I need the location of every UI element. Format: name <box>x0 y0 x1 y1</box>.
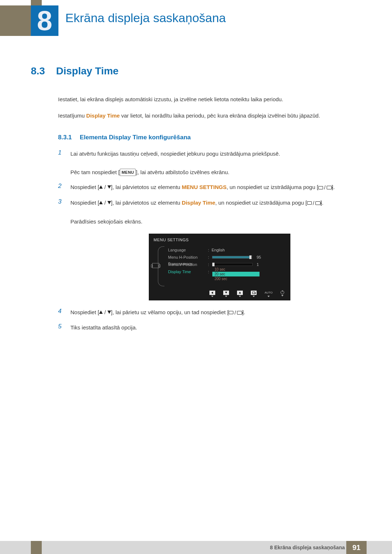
step-2: 2 Nospiediet [ / ], lai pārvietotos uz e… <box>58 182 370 192</box>
step-number: 2 <box>58 182 64 192</box>
step1-line1: Lai atvērtu funkcijas taustiņu ceļvedi, … <box>70 151 280 157</box>
step-number: 5 <box>58 323 64 332</box>
step-5: 5 Tiks iestatīta atlasītā opcija. <box>58 323 370 332</box>
step-1: 1 Lai atvērtu funkcijas taustiņu ceļvedi… <box>58 149 370 177</box>
osd-footer-power <box>281 291 284 297</box>
step3-after: Parādīsies sekojošais ekrāns. <box>70 218 142 225</box>
osd-slider-value: 95 <box>257 255 261 259</box>
osd-label: Language <box>168 248 208 252</box>
step4-pre: Nospiediet [ <box>70 309 99 315</box>
step-text: Lai atvērtu funkcijas taustiņu ceļvedi, … <box>70 149 370 177</box>
footer-accent <box>31 541 42 554</box>
steps-list: 1 Lai atvērtu funkcijas taustiņu ceļvedi… <box>58 149 370 332</box>
osd-body: Language : English Menu H-Position : 95 <box>149 245 290 288</box>
osd-value: English <box>212 248 225 252</box>
osd-option-selected: 20 sec <box>212 272 260 276</box>
step-number: 1 <box>58 149 64 177</box>
step2-mid: ], lai pārvietotos uz elementu <box>111 184 182 190</box>
osd-option: 200 sec <box>212 276 260 281</box>
page-number: 91 <box>346 541 367 554</box>
chapter-title: Ekrāna displeja saskaņošana <box>65 11 226 25</box>
osd-row-language: Language : English <box>168 246 284 254</box>
step-number: 3 <box>58 198 64 226</box>
footer-text: 8 Ekrāna displeja saskaņošana <box>270 541 345 554</box>
osd-footer-auto: AUTO <box>265 291 273 297</box>
subsection-heading: 8.3.1 Elementa Display Time konfigurēšan… <box>58 134 370 141</box>
header-accent <box>31 0 42 5</box>
osd-title: MENU SETTINGS <box>149 234 290 245</box>
step-text: Nospiediet [ / ], lai pārietu uz vēlamo … <box>70 308 370 317</box>
step-text: Nospiediet [ / ], lai pārvietotos uz ele… <box>70 182 370 192</box>
subsection-title: Elementa Display Time konfigurēšana <box>80 134 191 141</box>
intro-paragraph-1: Iestatiet, lai ekrāna displejs automātis… <box>58 95 370 103</box>
osd-footer-enter <box>251 291 257 297</box>
osd-footer-back <box>209 291 215 297</box>
osd-label: Menu H-Position <box>168 255 208 259</box>
osd-footer-up <box>237 291 243 297</box>
arrow-down-icon <box>107 201 111 204</box>
osd-slider <box>212 256 252 258</box>
arrow-up-icon <box>99 201 103 204</box>
osd-option: 10 sec <box>212 267 260 272</box>
arrow-down-icon <box>107 311 111 314</box>
osd-footer: AUTO <box>149 288 290 300</box>
section-number: 8.3 <box>31 65 54 77</box>
step-number: 4 <box>58 308 64 317</box>
osd-footer-down <box>223 291 229 297</box>
osd-panel: MENU SETTINGS Language : English Menu H-… <box>149 234 290 300</box>
rect-enter-icon: / <box>229 308 242 317</box>
display-time-strong-2: Display Time <box>182 200 215 206</box>
step-4: 4 Nospiediet [ / ], lai pārietu uz vēlam… <box>58 308 370 317</box>
section-heading: 8.3 Display Time <box>31 65 370 77</box>
step-3: 3 Nospiediet [ / ], lai pārvietotos uz e… <box>58 198 370 226</box>
step-text: Tiks iestatīta atlasītā opcija. <box>70 323 370 332</box>
section-title: Display Time <box>56 65 118 77</box>
chapter-number-badge: 8 <box>31 5 58 36</box>
intro-paragraph-2: Iestatījumu Display Time var lietot, lai… <box>58 111 370 120</box>
menu-icon: MENU <box>120 169 136 176</box>
subsection-number: 8.3.1 <box>58 134 78 141</box>
rect-enter-icon: / <box>307 198 320 208</box>
display-time-strong: Display Time <box>86 112 120 119</box>
intro-p2-b: var lietot, lai norādītu laika periodu, … <box>120 112 320 119</box>
arrow-down-icon <box>107 185 111 189</box>
arrow-up-icon <box>99 311 103 314</box>
step1-line2-post: ], lai atvērtu atbilstošo izvēlnes ekrān… <box>136 169 229 175</box>
osd-slider <box>212 263 252 266</box>
intro-p2-a: Iestatījumu <box>58 112 86 119</box>
step3-pre: Nospiediet [ <box>70 200 99 206</box>
body-column: 8.3 Display Time Iestatiet, lai ekrāna d… <box>31 65 370 338</box>
step4-mid: ], lai pārietu uz vēlamo opciju, un tad … <box>111 309 229 315</box>
arrow-up-icon <box>99 185 103 189</box>
osd-label: Display Time <box>168 270 208 274</box>
step-text: Nospiediet [ / ], lai pārvietotos uz ele… <box>70 198 370 226</box>
page: 8 Ekrāna displeja saskaņošana 8.3 Displa… <box>0 0 392 554</box>
step3-post: , un nospiediet uz izstrādājuma pogu [ <box>215 200 307 206</box>
osd-label: Transparency <box>168 262 208 266</box>
osd-row-menu-h: Menu H-Position : 95 <box>168 254 284 261</box>
step1-line2-pre: Pēc tam nospiediet [ <box>70 169 120 175</box>
rect-enter-icon: / <box>318 183 332 192</box>
step3-mid: ], lai pārvietotos uz elementu <box>111 200 182 206</box>
osd-screenshot: MENU SETTINGS Language : English Menu H-… <box>149 234 370 300</box>
osd-side-icon <box>152 263 159 268</box>
step2-pre: Nospiediet [ <box>70 184 99 190</box>
step2-post: , un nospiediet uz izstrādājuma pogu [ <box>226 184 318 190</box>
menu-settings-strong: MENU SETTINGS <box>182 184 226 190</box>
